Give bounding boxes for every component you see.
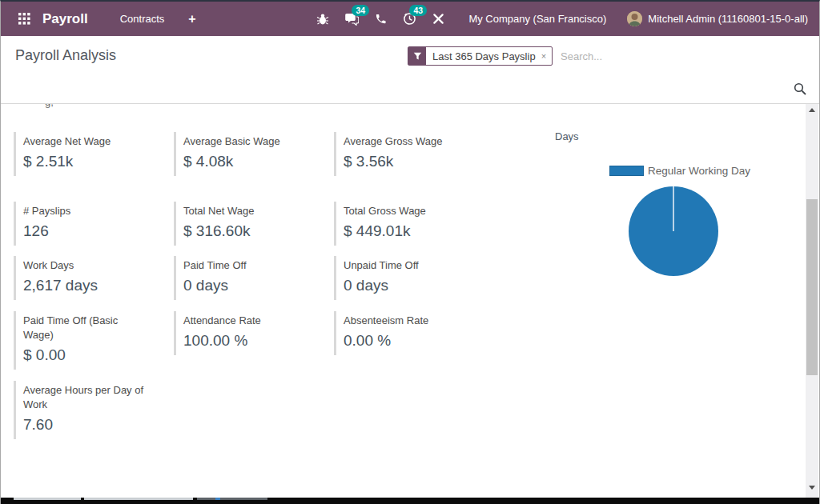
grid-icon (18, 13, 30, 25)
top-navbar: Payroll Contracts + 34 (1, 2, 819, 36)
messages-button[interactable]: 34 (339, 6, 364, 32)
app-window: Payroll Contracts + 34 (0, 0, 820, 504)
debug-bug-icon[interactable] (310, 6, 336, 32)
kpi-average-basic-wage[interactable]: Average Basic Wage $ 4.08k (174, 132, 324, 176)
activities-button[interactable]: 43 (396, 6, 422, 32)
user-avatar (627, 11, 642, 26)
kpi-average-net-wage[interactable]: Average Net Wage $ 2.51k (14, 132, 164, 176)
page-title: Payroll Analysis (15, 47, 116, 64)
kpi-paid-time-off[interactable]: Paid Time Off 0 days (174, 256, 324, 300)
phone-icon (375, 13, 387, 25)
pie-chart[interactable] (628, 186, 719, 277)
search-input[interactable] (561, 50, 745, 62)
company-switcher[interactable]: My Company (San Francisco) (468, 13, 606, 25)
user-name: Mitchell Admin (11160801-15-0-all) (648, 13, 808, 25)
scrollbar-thumb[interactable] (806, 199, 818, 375)
vertical-scrollbar[interactable] (806, 104, 818, 499)
scroll-down-arrow[interactable] (806, 482, 818, 493)
search-facet-chip[interactable]: Last 365 Days Payslip × (408, 46, 553, 66)
kpi-work-days[interactable]: Work Days 2,617 days (14, 256, 164, 300)
kpi-average-gross-wage[interactable]: Average Gross Wage $ 3.56k (334, 132, 484, 176)
plus-menu-button[interactable]: + (175, 12, 208, 26)
kpi-attendance-rate[interactable]: Attendance Rate 100.00 % (174, 311, 324, 355)
kpi-absenteeism-rate[interactable]: Absenteeism Rate 0.00 % (334, 311, 484, 355)
scrolled-clipped-text: g, (45, 104, 54, 110)
app-name[interactable]: Payroll (42, 11, 88, 27)
bug-icon (316, 13, 329, 26)
kpi-average-hours-per-day[interactable]: Average Hours per Day of Work 7.60 (14, 381, 164, 439)
days-chart-section: Days Regular Working Day (526, 104, 806, 440)
legend-swatch (609, 166, 644, 176)
bottom-edge-strip (1, 498, 819, 504)
search-bar: Last 365 Days Payslip × (408, 46, 745, 66)
user-menu[interactable]: Mitchell Admin (11160801-15-0-all) (627, 11, 808, 26)
legend-item[interactable]: Regular Working Day (609, 165, 750, 177)
dashboard-content: g, Average Net Wage $ 2.51k Average Basi… (1, 104, 807, 499)
kpi-total-net-wage[interactable]: Total Net Wage $ 316.60k (174, 202, 324, 246)
apps-menu-icon[interactable] (12, 7, 36, 31)
kpi-payslips-count[interactable]: # Payslips 126 (14, 202, 164, 246)
control-panel: Payroll Analysis Last 365 Days Payslip × (1, 36, 819, 104)
kpi-total-gross-wage[interactable]: Total Gross Wage $ 449.01k (334, 202, 484, 246)
messages-count-badge: 34 (352, 5, 369, 16)
facet-remove-icon[interactable]: × (541, 47, 552, 65)
voip-phone-button[interactable] (368, 6, 393, 32)
facet-label: Last 365 Days Payslip (426, 47, 541, 65)
search-magnifier-icon[interactable] (794, 82, 806, 98)
legend-label: Regular Working Day (648, 165, 750, 177)
scroll-up-arrow[interactable] (806, 104, 818, 115)
filter-funnel-icon (408, 47, 426, 65)
menu-contracts[interactable]: Contracts (109, 13, 176, 25)
kpi-paid-time-off-basic-wage[interactable]: Paid Time Off (Basic Wage) $ 0.00 (14, 311, 164, 370)
activities-count-badge: 43 (409, 5, 427, 16)
tools-button[interactable] (425, 6, 451, 32)
kpi-unpaid-time-off[interactable]: Unpaid Time Off 0 days (334, 256, 484, 300)
chart-title: Days (555, 130, 579, 142)
tools-cross-icon (432, 13, 444, 25)
